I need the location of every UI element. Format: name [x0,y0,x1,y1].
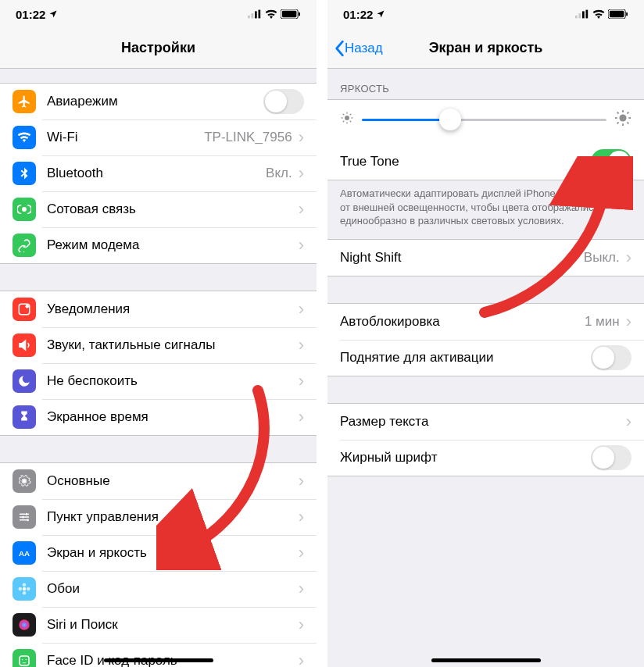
chevron-right-icon: › [299,616,304,633]
speaker-icon [13,334,36,357]
bold-text-label: Жирный шрифт [340,450,591,465]
row-label: Обои [47,581,297,597]
svg-line-47 [628,112,629,114]
svg-point-17 [19,587,23,591]
svg-point-12 [27,519,29,521]
true-tone-toggle[interactable] [591,149,631,174]
row-value: TP-LINK_7956 [204,130,292,145]
nightshift-group: Night Shift Выкл. › [327,239,644,276]
row-label: Звуки, тактильные сигналы [47,337,297,353]
row-label: Сотовая связь [47,202,297,217]
settings-row-flower[interactable]: Обои› [0,571,317,607]
chevron-right-icon: › [299,301,304,318]
home-indicator[interactable] [104,658,213,662]
settings-row-bell[interactable]: Уведомления› [0,291,317,327]
faceid-icon [13,649,36,667]
settings-row-siri[interactable]: Siri и Поиск› [0,607,317,643]
settings-row-faceid[interactable]: Face ID и код-пароль› [0,643,317,667]
settings-row-gear[interactable]: Основные› [0,463,317,499]
back-label: Назад [345,41,383,56]
back-button[interactable]: Назад [334,40,383,57]
settings-row-link[interactable]: Режим модема› [0,227,317,263]
brightness-header: ЯРКОСТЬ [327,69,644,99]
settings-row-hourglass[interactable]: Экранное время› [0,399,317,435]
bold-text-toggle[interactable] [591,445,631,470]
chevron-right-icon: › [299,473,304,490]
true-tone-footer: Автоматически адаптировать дисплей iPhon… [327,180,644,239]
link-icon [13,234,36,257]
status-bar: 01:22 [0,0,317,28]
bold-text-row[interactable]: Жирный шрифт [327,440,644,476]
brightness-low-icon [340,111,354,128]
svg-text:AA: AA [19,549,30,558]
siri-icon [13,613,36,637]
settings-row-bluetooth[interactable]: BluetoothВкл.› [0,155,317,191]
svg-point-8 [26,305,30,309]
settings-row-speaker[interactable]: Звуки, тактильные сигналы› [0,327,317,363]
navbar: Настройки [0,28,317,69]
bell-icon [13,298,36,321]
home-indicator[interactable] [431,658,541,662]
raise-to-wake-row[interactable]: Поднятие для активации [327,340,644,376]
battery-icon [608,8,628,21]
row-label: Bluetooth [47,166,266,181]
raise-to-wake-toggle[interactable] [591,345,631,370]
chevron-right-icon: › [299,408,304,426]
chevron-right-icon: › [299,544,304,562]
svg-point-30 [345,116,349,120]
raise-to-wake-label: Поднятие для активации [340,350,591,366]
chevron-right-icon: › [299,129,304,146]
settings-row-antenna[interactable]: Сотовая связь› [0,191,317,227]
settings-row-aa[interactable]: AAЭкран и яркость› [0,535,317,571]
svg-rect-3 [259,9,261,18]
chevron-right-icon: › [299,165,304,182]
night-shift-row[interactable]: Night Shift Выкл. › [327,240,644,276]
svg-point-39 [619,114,626,121]
svg-line-37 [343,121,345,123]
chevron-right-icon: › [299,237,304,254]
autolock-label: Автоблокировка [340,314,585,330]
svg-rect-2 [255,11,257,18]
autolock-group: Автоблокировка 1 мин › Поднятие для акти… [327,303,644,376]
wifi-icon [13,126,36,149]
status-time: 01:22 [16,8,45,21]
svg-point-14 [23,587,27,591]
svg-rect-29 [626,12,628,16]
hourglass-icon [13,405,36,429]
brightness-slider-row [327,100,644,144]
svg-point-11 [22,516,24,519]
row-label: Экранное время [47,409,297,425]
text-size-label: Размер текста [340,414,624,430]
row-toggle[interactable] [263,89,304,114]
chevron-right-icon: › [299,652,304,667]
settings-group: АвиарежимWi-FiTP-LINK_7956›BluetoothВкл.… [0,83,317,264]
row-label: Уведомления [47,301,297,317]
svg-point-16 [23,591,27,595]
text-size-row[interactable]: Размер текста › [327,404,644,440]
row-label: Siri и Поиск [47,617,297,633]
svg-point-18 [27,587,30,591]
status-time: 01:22 [343,8,373,21]
settings-row-moon[interactable]: Не беспокоить› [0,363,317,399]
text-group: Размер текста › Жирный шрифт [327,403,644,476]
gear-icon [13,469,36,493]
brightness-high-icon [614,109,631,130]
settings-group: Уведомления›Звуки, тактильные сигналы›Не… [0,291,317,436]
true-tone-row[interactable]: True Tone [327,144,644,180]
settings-row-airplane[interactable]: Авиарежим [0,84,317,119]
brightness-slider[interactable] [362,119,606,121]
location-icon [48,8,58,21]
status-bar: 01:22 [327,0,644,28]
autolock-row[interactable]: Автоблокировка 1 мин › [327,304,644,340]
settings-group: Основные›Пункт управления›AAЭкран и ярко… [0,462,317,667]
svg-point-15 [23,583,27,587]
settings-row-wifi[interactable]: Wi-FiTP-LINK_7956› [0,119,317,155]
row-label: Авиарежим [47,94,263,109]
svg-rect-1 [252,13,254,18]
true-tone-label: True Tone [340,154,591,169]
navbar: Назад Экран и яркость [327,28,644,69]
bluetooth-icon [13,162,36,185]
chevron-right-icon: › [299,201,304,218]
svg-rect-25 [582,11,585,18]
settings-row-sliders[interactable]: Пункт управления› [0,499,317,535]
